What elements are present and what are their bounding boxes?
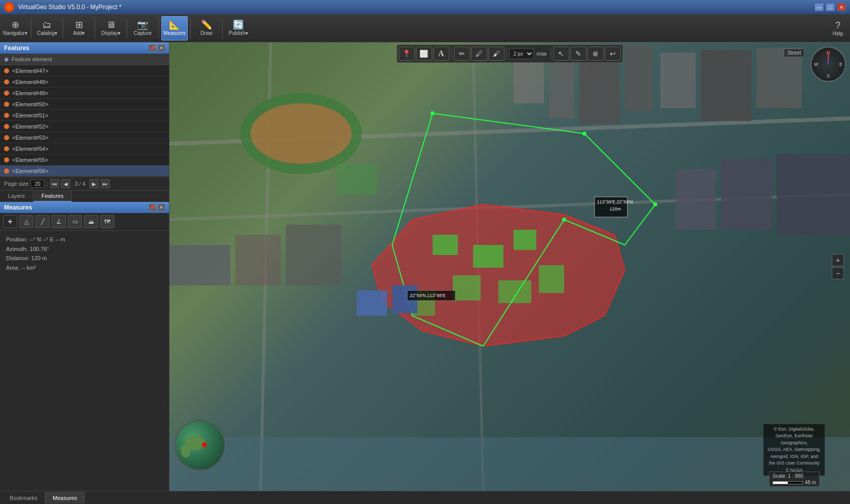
map-tool-text[interactable]: A [433, 47, 449, 61]
page-size-input[interactable] [30, 180, 45, 188]
map-tool-select[interactable]: ↖ [553, 47, 569, 61]
tab-bookmarks[interactable]: Bookmarks [2, 492, 45, 503]
map-area[interactable]: 113°99'E,22°59'N 120m 22°59'N,113°98'E S… [169, 43, 850, 491]
map-tool-node[interactable]: ⊕ [587, 47, 604, 61]
zoom-in-button[interactable]: + [832, 254, 844, 266]
toolbar-sep-1 [31, 18, 31, 38]
measure-elevation-button[interactable]: ⛰ [84, 215, 98, 228]
add-icon: ⊞ [75, 20, 83, 29]
pagination-separator: : [47, 181, 48, 187]
last-page-button[interactable]: ⏭ [101, 179, 110, 188]
feature-item-55[interactable]: <Element#55> [0, 154, 169, 165]
features-pin-button[interactable]: 📌 [149, 45, 156, 52]
map-tool-pin[interactable]: 📍 [399, 47, 415, 61]
toolbar-btn-display[interactable]: 🖥 Display▾ [98, 16, 124, 40]
feature-name-47: <Element#47> [12, 68, 49, 74]
scale-distance: 48 m [805, 480, 816, 485]
feature-item-48[interactable]: <Element#48> [0, 76, 169, 88]
svg-rect-27 [169, 245, 230, 285]
compass-south: S [827, 73, 830, 78]
next-page-button[interactable]: ▶ [90, 179, 99, 188]
measure-angle-button[interactable]: ∠ [52, 215, 66, 228]
toolbar-btn-publish[interactable]: 🔄 Publish▾ [225, 16, 251, 40]
feature-item-49[interactable]: <Element#49> [0, 88, 169, 99]
toolbar-sep-4 [126, 18, 127, 38]
svg-text:22°59'N,113°98'E: 22°59'N,113°98'E [410, 293, 446, 298]
area-value: -- km² [21, 263, 36, 273]
azimuth-label: Azimuth: [6, 244, 28, 254]
measure-distance-button[interactable]: △ [19, 215, 33, 228]
feature-name-53: <Element#53> [12, 135, 49, 141]
toolbar-btn-add[interactable]: ⊞ Add▾ [66, 16, 92, 40]
svg-line-3 [261, 43, 271, 491]
toolbar-btn-navigator[interactable]: ⊕ Navigator▾ [2, 16, 28, 40]
prev-page-button[interactable]: ◀ [61, 179, 70, 188]
feature-item-51[interactable]: <Element#51> [0, 110, 169, 121]
map-tool-polygon[interactable]: ⬜ [416, 47, 432, 61]
tab-features[interactable]: Features [33, 191, 72, 202]
add-measure-button[interactable]: + [3, 215, 17, 228]
feature-item-50[interactable]: <Element#50> [0, 99, 169, 110]
svg-rect-21 [539, 265, 564, 293]
map-tool-pencil[interactable]: ✏ [454, 47, 470, 61]
measures-pin-button[interactable]: 📌 [149, 204, 156, 211]
toolbar-btn-capture[interactable]: 📷 Capture [130, 16, 156, 40]
measure-terrain-button[interactable]: 🗺 [100, 215, 114, 228]
measures-close-button[interactable]: ✕ [158, 204, 165, 211]
draw-label: Draw [200, 30, 212, 36]
help-button[interactable]: ? Help [828, 18, 848, 38]
position-label: Position: [6, 235, 27, 244]
catalog-icon: 🗂 [42, 20, 52, 29]
svg-point-5 [240, 93, 362, 174]
feature-item-56[interactable]: <Element#56> [0, 165, 169, 177]
distance-line: Distance: 120 m [6, 254, 163, 263]
measure-path-button[interactable]: ╱ [35, 215, 50, 228]
toolbar-btn-draw[interactable]: ✏️ Draw [193, 16, 220, 40]
feature-header-icon: ◆ [4, 56, 9, 63]
close-button[interactable]: ✕ [837, 3, 846, 11]
svg-point-6 [250, 103, 352, 164]
maximize-button[interactable]: □ [826, 3, 835, 11]
toolbar-btn-catalog[interactable]: 🗂 Catalog▾ [34, 16, 60, 40]
toolbar-btn-measures[interactable]: 📐 Measures [161, 16, 188, 40]
feature-dot-47 [4, 68, 9, 73]
help-icon: ? [835, 20, 840, 31]
map-tool-pen[interactable]: 🖊 [471, 47, 487, 61]
street-label-text: Street [787, 50, 801, 56]
svg-rect-7 [336, 164, 377, 194]
panel-tabs: Layers Features [0, 190, 169, 202]
tab-measures-bottom[interactable]: Measures [45, 492, 84, 503]
feature-item-54[interactable]: <Element#54> [0, 143, 169, 154]
map-tool-brush[interactable]: 🖌 [488, 47, 504, 61]
feature-dot-52 [4, 124, 9, 129]
svg-rect-22 [412, 290, 435, 316]
navigator-label: Navigator▾ [3, 30, 27, 36]
tab-features-label: Features [41, 193, 63, 199]
left-panel: Features 📌 ✕ ◆ Feature element <Element#… [0, 43, 169, 491]
map-tool-rotate[interactable]: ↩ [605, 47, 621, 61]
app-title: VirtualGeo Studio V5.0.0 - MyProject * [18, 4, 121, 11]
features-close-button[interactable]: ✕ [158, 45, 165, 52]
svg-rect-39 [407, 290, 455, 301]
map-attribution: © Esri, DigitalGlobe,GeoEye, EarthstarGe… [763, 424, 825, 476]
globe-circle [175, 420, 225, 471]
measure-area-button[interactable]: ▭ [68, 215, 82, 228]
toolbar-group-display: 🖥 Display▾ [98, 16, 124, 41]
minimize-button[interactable]: — [815, 3, 824, 11]
svg-point-26 [562, 218, 566, 222]
map-tool-edit[interactable]: ✎ [570, 47, 586, 61]
tab-layers[interactable]: Layers [0, 191, 33, 202]
feature-item-52[interactable]: <Element#52> [0, 121, 169, 132]
first-page-button[interactable]: ⏮ [50, 179, 59, 188]
zoom-controls: + − [832, 254, 844, 279]
svg-rect-16 [433, 235, 458, 255]
feature-item-47[interactable]: <Element#47> [0, 65, 169, 76]
svg-rect-18 [514, 230, 536, 250]
area-line: Area: -- km² [6, 263, 163, 273]
line-width-select[interactable]: 2 px1 px3 px [509, 48, 534, 59]
zoom-out-button[interactable]: − [832, 267, 844, 279]
feature-item-53[interactable]: <Element#53> [0, 132, 169, 143]
map-toolbar-sep2 [506, 48, 507, 60]
svg-rect-13 [701, 50, 751, 121]
feature-list: ◆ Feature element <Element#47> <Element#… [0, 54, 169, 177]
